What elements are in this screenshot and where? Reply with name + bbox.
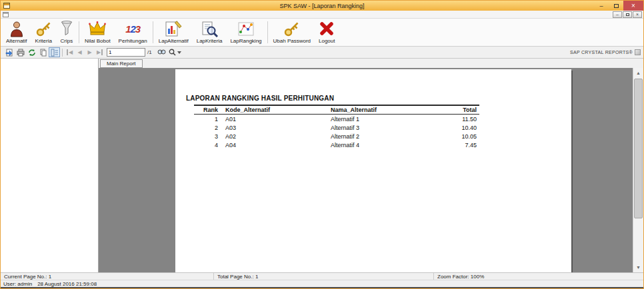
maximize-button[interactable] — [609, 1, 623, 11]
cell-nama: Alternatif 4 — [331, 142, 447, 148]
window-bottom-edge — [1, 287, 643, 288]
status-zoom-factor: Zoom Factor: 100% — [434, 273, 643, 280]
toolbar-separator — [62, 49, 63, 57]
mdi-restore-icon — [626, 13, 629, 16]
page-number-input[interactable] — [107, 48, 145, 57]
toolbar-label: Alternatif — [6, 38, 27, 44]
document-search-icon — [201, 20, 218, 37]
refresh-icon[interactable] — [26, 47, 37, 57]
zoom-dropdown[interactable] — [167, 47, 183, 57]
cell-nama: Alternatif 1 — [331, 116, 447, 123]
nav-prev-icon: ◀ — [77, 49, 81, 55]
red-x-icon — [319, 20, 335, 37]
page-total-label: /1 — [147, 49, 152, 55]
sap-logo-icon — [635, 49, 641, 55]
report-page: LAPORAN RANGKING HASIL PERHITUNGAN Rank … — [175, 69, 571, 272]
mdi-minimize-button[interactable]: – — [613, 11, 622, 18]
key-icon — [283, 20, 300, 37]
status-total-page: Total Page No.: 1 — [214, 273, 434, 280]
nav-last-button[interactable]: ▶ — [95, 48, 105, 57]
cell-kode: A04 — [221, 142, 331, 148]
toolbar-button-lap-kriteria[interactable]: LapKriteria — [193, 19, 227, 45]
nav-first-icon: ◀ — [67, 49, 73, 55]
cell-kode: A03 — [221, 125, 331, 131]
footer-datetime: 28 August 2016 21:59:08 — [37, 281, 97, 287]
footer-bar: User: admin 28 August 2016 21:59:08 — [1, 280, 643, 287]
cell-rank: 3 — [194, 133, 221, 140]
cell-rank: 1 — [194, 116, 221, 123]
maximize-icon — [614, 4, 619, 8]
crown-icon — [88, 20, 107, 37]
column-header: Rank — [194, 107, 221, 113]
funnel-icon — [60, 20, 73, 37]
find-icon[interactable] — [156, 47, 167, 57]
tab-main-report[interactable]: Main Report — [100, 59, 143, 68]
nav-next-icon: ▶ — [87, 49, 91, 55]
brand-text: SAP CRYSTAL REPORTS® — [570, 50, 633, 55]
toolbar-button-perhitungan[interactable]: 123 Perhitungan — [115, 19, 151, 45]
toolbar-separator — [267, 21, 268, 43]
app-icon — [3, 3, 10, 9]
group-tree-toggle-icon[interactable] — [49, 47, 60, 57]
report-viewport[interactable]: LAPORAN RANGKING HASIL PERHITUNGAN Rank … — [99, 68, 643, 272]
cell-rank: 2 — [194, 125, 221, 131]
status-current-page: Current Page No.: 1 — [1, 273, 214, 280]
toolbar-button-crips[interactable]: Crips — [56, 19, 77, 45]
toolbar-button-lap-alternatif[interactable]: LapAlternatif — [155, 19, 193, 45]
column-header: Total — [447, 107, 479, 113]
copy-icon[interactable] — [37, 47, 49, 57]
nav-first-button[interactable]: ◀ — [65, 48, 75, 57]
nav-prev-button[interactable]: ◀ — [75, 48, 85, 57]
viewer-toolbar: ◀ ◀ ▶ ▶ /1 SAP CRYSTAL REPORTS® — [1, 47, 643, 59]
close-button[interactable]: × — [623, 1, 643, 11]
main-area: Main Report LAPORAN RANGKING HASIL PERHI… — [1, 59, 643, 272]
mdi-child-icon — [3, 12, 9, 17]
toolbar-label: Logout — [319, 38, 335, 44]
person-icon — [9, 20, 25, 37]
crystal-reports-brand: SAP CRYSTAL REPORTS® — [570, 49, 641, 55]
scrollbar-thumb[interactable] — [634, 79, 643, 218]
scatter-chart-icon — [237, 20, 255, 37]
minimize-button[interactable]: – — [594, 1, 609, 11]
table-header-row: Rank Kode_Alternatif Nama_Alternatif Tot… — [194, 105, 479, 115]
cell-nama: Alternatif 2 — [331, 133, 447, 140]
toolbar-button-kriteria[interactable]: Kriteria — [31, 19, 56, 45]
toolbar-label: Perhitungan — [119, 38, 147, 44]
key-icon — [35, 20, 52, 37]
table-row: 1 A01 Alternatif 1 11.50 — [194, 115, 479, 123]
mdi-close-button[interactable]: × — [633, 11, 642, 18]
toolbar-label: Ubah Password — [273, 38, 311, 44]
toolbar-button-logout[interactable]: Logout — [315, 19, 339, 45]
toolbar-button-alternatif[interactable]: Alternatif — [2, 19, 31, 45]
cell-nama: Alternatif 3 — [331, 125, 447, 131]
nav-next-button[interactable]: ▶ — [85, 48, 95, 57]
footer-user: User: admin — [3, 281, 32, 287]
cell-kode: A02 — [221, 133, 331, 140]
scroll-up-icon[interactable]: ▲ — [633, 68, 643, 78]
print-icon[interactable] — [15, 47, 26, 57]
vertical-scrollbar[interactable]: ▲ ▼ — [633, 68, 643, 272]
table-row: 4 A04 Alternatif 4 7.45 — [194, 141, 479, 149]
bar-chart-report-icon — [165, 20, 182, 37]
group-tree-panel[interactable] — [1, 59, 99, 272]
mdi-restore-button[interactable] — [623, 11, 632, 18]
toolbar-button-nilai-bobot[interactable]: Nilai Bobot — [81, 19, 115, 45]
scroll-down-icon[interactable]: ▼ — [633, 262, 643, 272]
report-title: LAPORAN RANGKING HASIL PERHITUNGAN — [186, 95, 334, 102]
nav-last-icon: ▶ — [97, 49, 103, 55]
mdi-row: – × — [1, 11, 643, 19]
column-header: Kode_Alternatif — [221, 107, 331, 113]
toolbar-separator — [153, 21, 153, 43]
table-row: 2 A03 Alternatif 3 10.40 — [194, 123, 479, 132]
toolbar-label: Nilai Bobot — [85, 38, 111, 44]
numbers-123-icon: 123 — [125, 20, 140, 37]
toolbar-button-lap-rangking[interactable]: LapRangking — [226, 19, 265, 45]
report-panel: Main Report LAPORAN RANGKING HASIL PERHI… — [99, 59, 643, 272]
status-bar: Current Page No.: 1 Total Page No.: 1 Zo… — [1, 272, 643, 280]
export-icon[interactable] — [3, 47, 15, 57]
toolbar-label: LapAlternatif — [159, 38, 189, 44]
tab-row: Main Report — [99, 59, 643, 68]
toolbar-label: Crips — [61, 38, 73, 44]
toolbar-button-ubah-password[interactable]: Ubah Password — [269, 19, 315, 45]
cell-total: 7.45 — [447, 142, 479, 148]
